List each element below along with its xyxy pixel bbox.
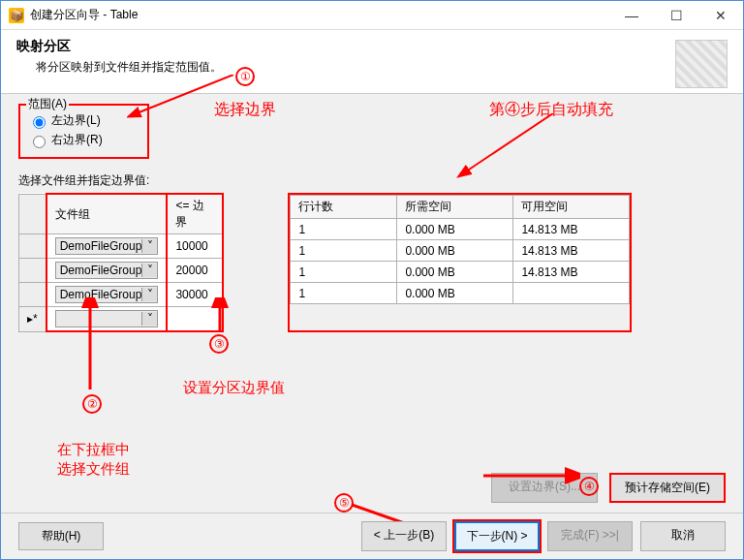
table-row[interactable]: DemoFileGroup˅ 20000 (19, 259, 224, 283)
svg-line-1 (466, 113, 553, 171)
set-boundary-button: 设置边界(S)... ④ (491, 473, 598, 503)
header-graphic-icon (675, 40, 728, 88)
help-button[interactable]: 帮助(H) (18, 522, 104, 550)
annotation-1: ① (235, 67, 255, 86)
filegroup-dropdown[interactable]: DemoFileGroup˅ (55, 262, 159, 279)
chevron-down-icon: ˅ (141, 264, 157, 277)
wizard-body: 范围(A) 左边界(L) 右边界(R) 选择文件组并指定边界值: 文件组 <= … (1, 94, 743, 513)
available-space-header: 可用空间 (513, 196, 630, 219)
filegroup-grid[interactable]: 文件组 <= 边界 DemoFileGroup˅ 10000 DemoFileG… (18, 193, 224, 332)
table-row[interactable]: ▸* ˅ (19, 307, 224, 332)
window: 📦 创建分区向导 - Table — ☐ ✕ 映射分区 将分区映射到文件组并指定… (0, 0, 744, 560)
wizard-footer: 帮助(H) < 上一步(B) 下一步(N) > 完成(F) >>| 取消 (1, 513, 743, 559)
annotation-dropdown-1: 在下拉框中 (57, 441, 130, 459)
annotation-set-boundary: 设置分区边界值 (183, 379, 285, 397)
table-row: 10.000 MB (291, 283, 630, 304)
range-legend: 范围(A) (26, 96, 69, 112)
boundary-cell[interactable]: 20000 (167, 259, 223, 283)
back-button[interactable]: < 上一步(B) (361, 521, 447, 551)
right-boundary-radio[interactable] (33, 136, 46, 148)
filegroup-dropdown[interactable]: DemoFileGroup˅ (55, 237, 159, 255)
minimize-button[interactable]: — (609, 1, 654, 29)
storage-grid: 行计数 所需空间 可用空间 10.000 MB14.813 MB 10.000 … (290, 195, 630, 304)
table-row: 10.000 MB14.813 MB (291, 240, 630, 262)
chevron-down-icon: ˅ (141, 312, 157, 326)
annotation-5: ⑤ (334, 493, 354, 513)
table-row: 10.000 MB14.813 MB (291, 262, 630, 283)
right-boundary-label: 右边界(R) (51, 132, 103, 148)
chevron-down-icon: ˅ (141, 239, 157, 253)
row-header-blank (19, 194, 46, 234)
page-subtitle: 将分区映射到文件组并指定范围值。 (16, 59, 222, 76)
current-row-marker: ▸* (19, 307, 46, 332)
annotation-3: ③ (209, 334, 229, 354)
annotation-4-inline: ④ (579, 477, 599, 496)
filegroup-dropdown[interactable]: ˅ (55, 310, 159, 327)
table-row[interactable]: DemoFileGroup˅ 10000 (19, 234, 224, 259)
window-title: 创建分区向导 - Table (30, 7, 609, 23)
finish-button: 完成(F) >>| (547, 521, 633, 551)
boundary-cell[interactable]: 10000 (167, 234, 223, 259)
annotation-dropdown-2: 选择文件组 (57, 460, 130, 479)
wizard-header: 映射分区 将分区映射到文件组并指定范围值。 (1, 30, 743, 94)
table-row[interactable]: DemoFileGroup˅ 30000 (19, 283, 224, 307)
range-groupbox: 范围(A) 左边界(L) 右边界(R) (18, 104, 149, 159)
titlebar: 📦 创建分区向导 - Table — ☐ ✕ (1, 1, 743, 30)
filegroup-section-label: 选择文件组并指定边界值: (18, 172, 726, 189)
next-button[interactable]: 下一步(N) > (454, 521, 540, 551)
required-space-header: 所需空间 (397, 196, 513, 219)
left-boundary-label: 左边界(L) (51, 112, 101, 129)
filegroup-dropdown[interactable]: DemoFileGroup˅ (55, 286, 159, 303)
filegroup-header: 文件组 (46, 194, 168, 234)
page-title: 映射分区 (16, 38, 222, 55)
boundary-header: <= 边界 (167, 194, 223, 234)
table-row: 10.000 MB14.813 MB (291, 219, 630, 240)
boundary-cell[interactable]: 30000 (167, 283, 223, 307)
app-icon: 📦 (9, 8, 24, 23)
estimate-storage-button[interactable]: 预计存储空间(E) (609, 473, 726, 503)
cancel-button[interactable]: 取消 (640, 521, 726, 551)
annotation-select-boundary: 选择边界 (214, 100, 276, 120)
annotation-2: ② (82, 394, 102, 414)
close-button[interactable]: ✕ (698, 1, 743, 29)
maximize-button[interactable]: ☐ (654, 1, 698, 29)
left-boundary-radio[interactable] (33, 116, 46, 129)
annotation-auto-fill: 第④步后自动填充 (489, 100, 613, 120)
rowcount-header: 行计数 (291, 196, 397, 219)
chevron-down-icon: ˅ (141, 288, 157, 301)
boundary-cell[interactable] (167, 307, 223, 332)
